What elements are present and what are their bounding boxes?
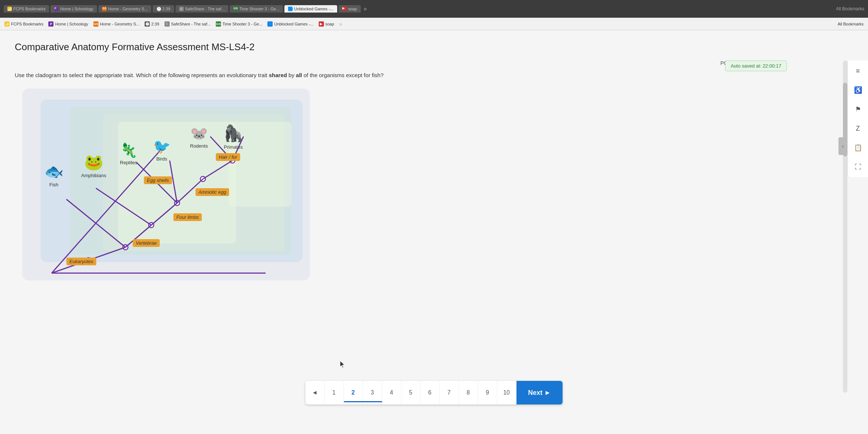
page-6[interactable]: 6 [421,381,440,404]
tab-bar: 📁 FCPS Bookmarks P Home | Schoology GS H… [4,5,864,13]
next-button[interactable]: Next ► [516,381,563,404]
all-bookmarks-label: All Bookmarks [836,6,864,11]
tab-timeshooter[interactable]: GS Time Shooter 3 - Ge... [230,5,283,13]
animal-primates: 🦍 Primates [223,124,243,150]
tab-overflow[interactable]: » [364,6,367,12]
page-2[interactable]: 2 [344,381,363,404]
trait-vertebrae: Vertebrae [133,239,160,247]
mouse-cursor [339,360,347,368]
expand-icon[interactable]: ⛶ [851,160,865,173]
tab-favicon-geometry: GS [102,7,107,11]
tab-favicon-timer: 🕐 [156,7,161,11]
animal-amphibians: 🐸 Amphibians [81,153,106,178]
bookmark-unblocked[interactable]: 🌐 Unblocked Games -... [267,21,313,27]
tab-favicon-safeshare: C [179,7,184,11]
animal-rodents: 🐭 Rodents [190,125,208,149]
bookmark-timer[interactable]: 🕐 2:39 [145,21,159,27]
trait-eukaryotes: Eukaryotes [66,258,96,265]
bookmark-icon-schoology: P [48,21,53,27]
bookmark-all[interactable]: All Bookmarks [838,22,864,26]
svg-line-1 [52,144,166,273]
bookmark-geometry[interactable]: GS Home - Geometry S... [93,21,139,27]
prev-page-button[interactable]: ◄ [305,381,325,404]
trait-eggshells: Egg shells [144,176,172,184]
clipboard-icon[interactable]: 📋 [851,141,865,154]
bookmark-safeshare[interactable]: C SafeShare - The saf... [165,21,211,27]
trait-fourlimbs: Four limbs [173,213,202,221]
bookmark-icon-timeshooter: GS [216,21,221,27]
bookmark-icon-geometry: GS [93,21,98,27]
question-text: Use the cladogram to select the appropri… [15,71,421,80]
bookmark-fcps[interactable]: 📁 FCPS Bookmarks [4,21,43,27]
list-icon[interactable]: ≡ [851,64,865,78]
animal-fish: 🐟 Fish [44,162,63,187]
page-5[interactable]: 5 [401,381,421,404]
sidebar-toggle-button[interactable]: ‹ [838,137,847,155]
tab-fcps[interactable]: 📁 FCPS Bookmarks [4,5,49,13]
bookmark-icon-fcps: 📁 [4,21,10,27]
bookmark-icon-timer: 🕐 [145,21,150,27]
tab-safeshare[interactable]: C SafeShare - The saf... [176,5,228,13]
tab-favicon-soap: ▶ [342,7,347,11]
browser-chrome: 📁 FCPS Bookmarks P Home | Schoology GS H… [0,0,868,18]
auto-saved-badge: Auto saved at: 22:00:17 [725,61,787,71]
tab-favicon-schoology: P [54,7,59,11]
bookmark-icon-unblocked: 🌐 [267,21,273,27]
accessibility-icon[interactable]: ♿ [851,83,865,97]
tab-favicon-timeshooter: GS [234,7,238,11]
bookmark-schoology[interactable]: P Home | Schoology [48,21,88,27]
page-progress-bar [344,401,382,402]
main-content: Auto saved at: 22:00:17 Comparative Anat… [0,30,868,434]
right-sidebar: ≡ ♿ ⚑ Z 📋 ⛶ [847,61,868,177]
page-1[interactable]: 1 [325,381,344,404]
tab-soap[interactable]: ▶ soap [339,5,361,13]
page-title: Comparative Anatomy Formative Assessment… [15,41,853,53]
page-4[interactable]: 4 [382,381,401,404]
tab-unblocked[interactable]: 🌐 Unblocked Games -... [284,5,337,13]
tab-schoology[interactable]: P Home | Schoology [51,5,97,13]
trait-amniotic: Amniotic egg [196,188,229,196]
page-8[interactable]: 8 [459,381,478,404]
page-10[interactable]: 10 [497,381,516,404]
pagination-bar: ◄ 1 2 3 4 5 6 7 [305,381,563,404]
tab-favicon-unblocked: 🌐 [288,7,293,11]
svg-line-5 [96,188,151,225]
bookmark-more[interactable]: » [339,21,342,27]
tab-timer[interactable]: 🕐 2:39 [153,5,174,13]
page-numbers: 1 2 3 4 5 6 7 8 [325,381,516,404]
trait-hairfur: Hair / fur [216,153,240,161]
flag-icon[interactable]: ⚑ [851,103,865,116]
svg-line-3 [66,199,125,247]
scrollbar[interactable] [843,61,847,393]
cladogram-diagram: 🐟 Fish 🐸 Amphibians 🦎 Reptiles 🐦 Birds 🐭… [22,89,310,280]
bookmark-icon-safeshare: C [165,21,170,27]
animal-reptiles: 🦎 Reptiles [120,142,137,165]
z-icon[interactable]: Z [851,122,865,135]
svg-line-16 [203,161,232,179]
tab-geometry[interactable]: GS Home - Geometry S... [98,5,151,13]
page-7[interactable]: 7 [440,381,459,404]
cladogram-svg [22,89,310,280]
bookmark-bar: 📁 FCPS Bookmarks P Home | Schoology GS H… [0,18,868,30]
bookmark-soap[interactable]: ▶ soap [319,21,334,27]
bookmark-icon-soap: ▶ [319,21,324,27]
bookmark-timeshooter[interactable]: GS Time Shooter 3 - Ge... [216,21,262,27]
page-9[interactable]: 9 [478,381,497,404]
tab-favicon-fcps: 📁 [7,7,12,11]
animal-birds: 🐦 Birds [153,138,170,162]
